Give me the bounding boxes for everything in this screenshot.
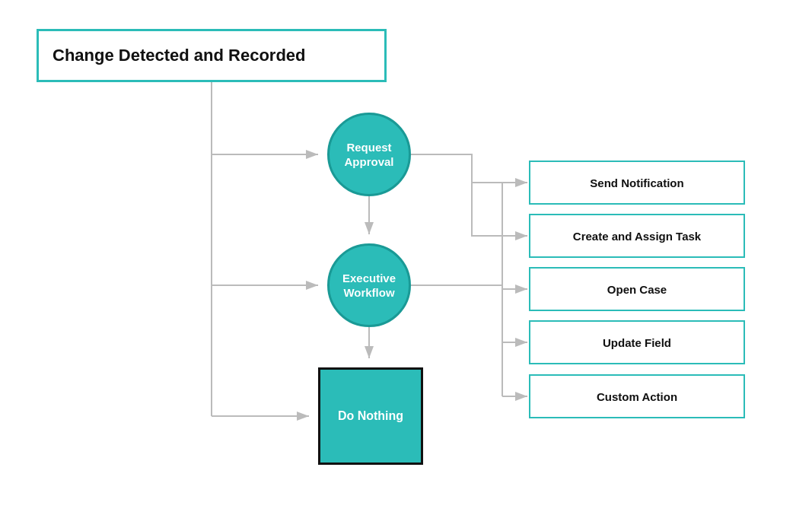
request-approval-node: RequestApproval: [327, 113, 411, 196]
start-box-label: Change Detected and Recorded: [53, 46, 306, 65]
update-field-label: Update Field: [603, 336, 671, 349]
ra-to-create-assign: [411, 154, 502, 236]
send-notification-label: Send Notification: [590, 176, 683, 189]
do-nothing-label: Do Nothing: [338, 409, 403, 424]
executive-workflow-label: ExecutiveWorkflow: [342, 271, 396, 300]
update-field-box: Update Field: [529, 320, 745, 364]
open-case-box: Open Case: [529, 267, 745, 311]
custom-action-label: Custom Action: [597, 390, 677, 403]
open-case-label: Open Case: [607, 283, 667, 296]
ra-to-send-notification: [411, 154, 502, 183]
custom-action-box: Custom Action: [529, 374, 745, 418]
create-assign-task-box: Create and Assign Task: [529, 214, 745, 258]
diagram-container: Change Detected and Recorded RequestAppr…: [0, 0, 812, 515]
start-box: Change Detected and Recorded: [37, 29, 387, 82]
create-assign-task-label: Create and Assign Task: [573, 230, 701, 243]
do-nothing-node: Do Nothing: [318, 367, 423, 465]
send-notification-box: Send Notification: [529, 161, 745, 205]
executive-workflow-node: ExecutiveWorkflow: [327, 243, 411, 327]
request-approval-label: RequestApproval: [344, 140, 393, 170]
